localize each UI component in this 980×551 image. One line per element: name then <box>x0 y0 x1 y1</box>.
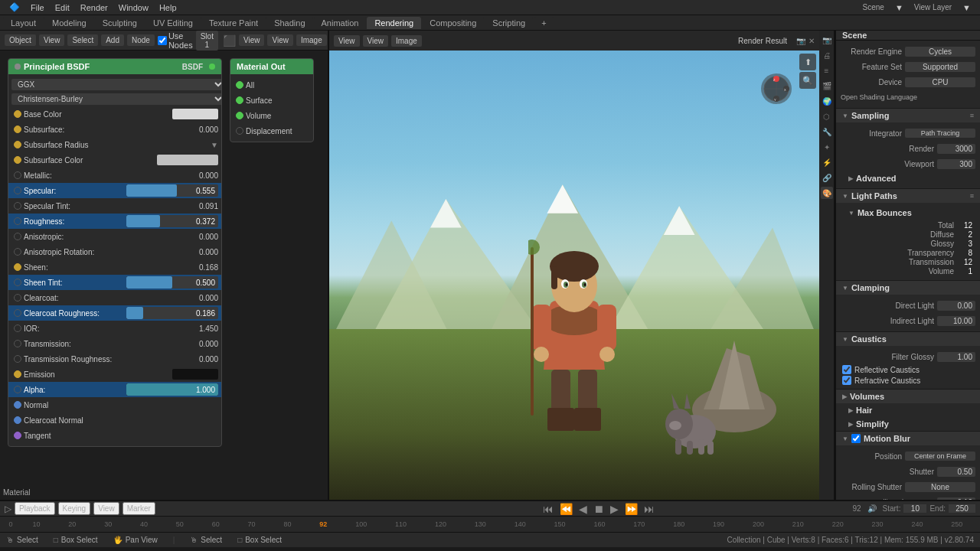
socket-surface[interactable] <box>236 96 243 104</box>
rolling-shutter-dur-input[interactable] <box>937 497 975 500</box>
indirect-light-input[interactable] <box>937 316 975 326</box>
node-btn[interactable]: Node <box>127 34 155 46</box>
socket-anisotropic[interactable] <box>14 233 21 240</box>
socket-subsurface-color[interactable] <box>14 156 21 164</box>
view-layer-selector[interactable]: ▼ <box>958 2 975 14</box>
alpha-bar[interactable]: 1.000 <box>126 383 218 396</box>
props-icon-view-layer[interactable]: ≡ <box>821 64 833 77</box>
sampling-header[interactable]: ▼ Sampling ≡ <box>836 109 980 122</box>
socket-specular-tint[interactable] <box>14 202 21 210</box>
camera-icon2[interactable]: 📷 <box>796 37 805 45</box>
tab-add[interactable]: + <box>534 17 554 29</box>
bsdf-distribution[interactable]: GGX <box>11 79 222 90</box>
timeline-view-btn[interactable]: View <box>93 502 119 515</box>
shutter-input[interactable] <box>937 467 975 477</box>
playback-btn[interactable]: Playback <box>15 502 55 515</box>
view3-btn[interactable]: View <box>267 34 293 46</box>
audio-icon[interactable]: 🔊 <box>867 504 877 513</box>
roughness-bar[interactable]: 0.372 <box>126 215 218 227</box>
object-selector[interactable]: Object <box>5 34 36 46</box>
socket-clearcoat-normal[interactable] <box>14 416 21 424</box>
device-value[interactable]: CPU <box>905 77 975 87</box>
caustics-header[interactable]: ▼ Caustics <box>836 332 980 346</box>
rolling-shutter-value[interactable]: None <box>905 482 975 492</box>
tab-scripting[interactable]: Scripting <box>485 17 533 29</box>
timeline-collapse-icon[interactable]: ▷ <box>5 504 11 514</box>
tab-compositing[interactable]: Compositing <box>422 17 484 29</box>
render-samples-input[interactable] <box>937 144 975 154</box>
clamping-header[interactable]: ▼ Clamping <box>836 281 980 295</box>
simplify-header[interactable]: ▶ Simplify <box>841 417 975 431</box>
motion-blur-checkbox[interactable] <box>851 434 861 443</box>
props-icon-object[interactable]: ⬡ <box>821 110 833 122</box>
advanced-header[interactable]: ▶ Advanced <box>841 171 975 185</box>
play-icon[interactable]: ▶ <box>610 503 619 515</box>
emission-swatch[interactable] <box>172 369 218 380</box>
viewport-view-btn[interactable]: View <box>334 35 360 47</box>
select-btn[interactable]: Select <box>67 34 98 46</box>
socket-displacement[interactable] <box>236 127 243 135</box>
socket-transmission[interactable] <box>14 340 21 347</box>
light-paths-settings-icon[interactable]: ≡ <box>970 192 974 200</box>
props-icon-scene[interactable]: 🎬 <box>821 80 833 92</box>
step-forward-icon[interactable]: ⏩ <box>625 503 638 515</box>
socket-all[interactable] <box>236 81 243 89</box>
socket-trans-rough[interactable] <box>14 355 21 363</box>
specular-bar[interactable]: 0.555 <box>126 184 218 197</box>
image-btn[interactable]: Image <box>296 34 327 46</box>
socket-ior[interactable] <box>14 324 21 332</box>
tab-uv-editing[interactable]: UV Editing <box>145 17 201 29</box>
navigation-gizmo[interactable]: Z X Y <box>761 73 792 104</box>
render-icon[interactable]: ⬛ <box>223 34 236 47</box>
position-value[interactable]: Center on Frame <box>905 452 975 461</box>
view-btn[interactable]: View <box>39 34 65 46</box>
view2-btn[interactable]: View <box>239 34 265 46</box>
socket-clearcoat-rough[interactable] <box>14 309 21 317</box>
hair-header[interactable]: ▶ Hair <box>841 403 975 417</box>
tab-sculpting[interactable]: Sculpting <box>95 17 145 29</box>
socket-roughness[interactable] <box>14 217 21 225</box>
base-color-swatch[interactable] <box>172 109 218 119</box>
bsdf-output-socket[interactable] <box>209 64 215 70</box>
add-btn[interactable]: Add <box>101 34 124 46</box>
socket-metallic[interactable] <box>14 171 21 179</box>
props-icon-material[interactable]: 🎨 <box>821 187 833 199</box>
socket-clearcoat[interactable] <box>14 294 21 302</box>
menu-render[interactable]: Render <box>76 2 113 14</box>
props-icon-output[interactable]: 🖨 <box>821 49 833 61</box>
props-icon-modifier[interactable]: 🔧 <box>821 126 833 138</box>
props-icon-physics[interactable]: ⚡ <box>821 156 833 168</box>
keying-btn[interactable]: Keying <box>58 502 91 515</box>
marker-btn[interactable]: Marker <box>122 502 155 515</box>
sampling-settings-icon[interactable]: ≡ <box>970 112 974 119</box>
node-editor-canvas[interactable]: Material Out All Surface Volume <box>0 51 328 500</box>
menu-window[interactable]: Window <box>114 2 153 14</box>
max-bounces-header[interactable]: ▼ Max Bounces <box>841 206 975 220</box>
step-back-icon[interactable]: ⏪ <box>560 503 573 515</box>
scene-selector[interactable]: ▼ <box>890 2 908 14</box>
tab-shading[interactable]: Shading <box>266 17 312 29</box>
props-icon-render[interactable]: 📷 <box>821 34 833 46</box>
filter-glossy-input[interactable] <box>937 352 975 362</box>
socket-subsurface-radius[interactable] <box>14 141 21 148</box>
viewport-image-btn[interactable]: Image <box>391 35 422 47</box>
integrator-value[interactable]: Path Tracing <box>905 129 975 138</box>
jump-end-icon[interactable]: ⏭ <box>644 503 655 515</box>
reflective-caustics-checkbox[interactable] <box>842 365 851 374</box>
viewport-view3-btn[interactable]: View <box>363 35 389 47</box>
menu-blender[interactable]: 🔷 <box>5 1 24 14</box>
render-engine-value[interactable]: Cycles <box>905 47 975 57</box>
timeline-scrub-area[interactable]: 0 10 20 30 40 50 60 70 80 92 100 110 120 <box>0 517 980 532</box>
menu-help[interactable]: Help <box>155 2 181 14</box>
socket-tangent[interactable] <box>14 432 21 439</box>
feature-set-value[interactable]: Supported <box>905 62 975 72</box>
subsurface-color-swatch[interactable] <box>157 155 218 165</box>
viewport-panel[interactable]: View View Image Render Result 📷 ✕ <box>329 31 819 500</box>
stop-icon[interactable]: ⏹ <box>593 503 604 515</box>
socket-normal[interactable] <box>14 401 21 409</box>
socket-base-color[interactable] <box>14 110 21 118</box>
sheen-tint-bar[interactable]: 0.500 <box>126 276 218 289</box>
menu-file[interactable]: File <box>26 2 49 14</box>
socket-alpha[interactable] <box>14 386 21 393</box>
socket-emission[interactable] <box>14 370 21 378</box>
